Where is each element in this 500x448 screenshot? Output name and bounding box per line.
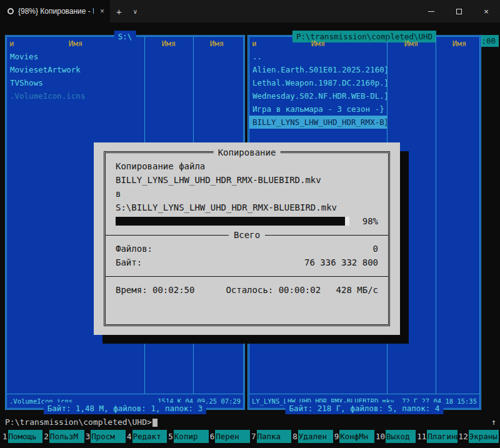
terminal-tab[interactable]: {98%} Копирование - Far 3 × <box>0 0 110 22</box>
file-name: Lethal.Weapon.1987.DC.2160p.} <box>252 78 387 87</box>
dialog-title: Копирование <box>214 146 281 159</box>
file-name: Movies <box>10 52 38 61</box>
column-header-row: и Имя Имя Имя <box>7 37 243 50</box>
fkey-5[interactable]: 5Копир <box>167 430 208 443</box>
panel-status: Байт: 218 Г, файлов: 5, папок: 4 <box>286 402 444 414</box>
dialog-body: Копирование файла BILLY_LYNS_LHW_UHD_HDR… <box>106 153 388 297</box>
bytes-row: Байт: 76 336 332 800 <box>116 256 378 269</box>
file-row[interactable]: .. <box>249 50 387 63</box>
close-button[interactable]: × <box>472 0 500 22</box>
file-row[interactable]: Wednesday.S02.NF.HDR.WEB-DL.} <box>249 89 387 102</box>
caption-buttons: × <box>418 0 500 22</box>
column-header: Имя <box>69 37 83 50</box>
file-name: TVShows <box>10 78 43 87</box>
minimize-button[interactable] <box>418 0 445 22</box>
terminal: 8:00 S:\ и Имя Имя Имя Movies MoviesetAr… <box>0 22 500 448</box>
tab-close-icon[interactable]: × <box>98 7 106 16</box>
files-row: Файлов: 0 <box>116 242 378 256</box>
column-header-row: и Имя Имя Имя <box>249 37 479 50</box>
copy-source-label: Копирование файла <box>116 159 378 173</box>
file-name: .. <box>252 52 262 61</box>
progress-bar <box>116 217 349 226</box>
copy-dialog: Копирование Копирование файла BILLY_LYNS… <box>94 142 400 335</box>
copy-source-filename: BILLY_LYNS_LHW_UHD_HDR_RMX-BLUEBIRD.mkv <box>116 173 378 187</box>
total-label: Всего <box>229 228 265 242</box>
tab-dropdown-icon[interactable]: ∨ <box>128 8 142 15</box>
copy-to-label: в <box>116 187 378 201</box>
file-name: Alien.Earth.S01E01.2025.2160} <box>252 65 387 74</box>
dialog-frame: Копирование Копирование файла BILLY_LYNS… <box>104 151 390 326</box>
app-window: {98%} Копирование - Far 3 × + ∨ × 8:00 S… <box>0 0 500 448</box>
up-arrow-indicator: ↑ <box>491 416 496 429</box>
file-row[interactable]: Alien.Earth.S01E01.2025.2160} <box>249 63 387 76</box>
total-separator: Всего <box>106 228 388 242</box>
fkey-4[interactable]: 4Редакт <box>126 430 167 443</box>
file-name: MoviesetArtwork <box>10 65 81 74</box>
copy-speed: 428 МБ/с <box>336 283 378 297</box>
remaining-time: Осталось: 00:00:02 <box>226 283 336 297</box>
tab-title: {98%} Копирование - Far 3 <box>18 7 94 16</box>
files-value: 0 <box>373 242 378 256</box>
fkey-8[interactable]: 8Удален <box>291 430 332 443</box>
column-header: Имя <box>404 37 419 50</box>
fkey-11[interactable]: 11Плагины <box>416 430 457 443</box>
fkey-12[interactable]: 12Экраны <box>458 430 499 443</box>
bytes-value: 76 336 332 800 <box>304 256 378 269</box>
plain-separator <box>106 269 388 283</box>
copy-destination-path: S:\BILLY_LYNS_LHW_UHD_HDR_RMX-BLUEBIRD.m… <box>116 201 378 214</box>
maximize-button[interactable] <box>445 0 472 22</box>
sort-indicator: и <box>9 37 14 50</box>
file-list: Movies MoviesetArtwork TVShows .VolumeIc… <box>7 50 243 102</box>
file-name: Игра в кальмара - 3 сезон -} <box>252 104 384 114</box>
file-row[interactable]: Игра в кальмара - 3 сезон -} <box>249 102 387 116</box>
sort-indicator: и <box>252 37 257 50</box>
bytes-label: Байт: <box>116 256 142 269</box>
fkey-3[interactable]: 3Просм <box>84 430 126 443</box>
progress-percent: 98% <box>349 214 378 228</box>
file-row-selected[interactable]: BILLY_LYNS_LHW_UHD_HDR_RMX-B} <box>249 116 387 129</box>
column-header: Имя <box>452 37 467 50</box>
file-row[interactable]: MoviesetArtwork <box>7 63 144 76</box>
file-row[interactable]: Movies <box>7 50 144 63</box>
progress-row: 98% <box>116 214 378 228</box>
file-row[interactable]: Lethal.Weapon.1987.DC.2160p.} <box>249 76 387 89</box>
command-prompt: P:\transmission\completed\UHD> <box>5 416 152 429</box>
time-row: Время: 00:02:50 Осталось: 00:00:02 428 М… <box>116 283 378 297</box>
files-label: Файлов: <box>116 242 152 256</box>
window-titlebar: {98%} Копирование - Far 3 × + ∨ × <box>0 0 500 22</box>
file-row[interactable]: TVShows <box>7 76 144 89</box>
column-header: Имя <box>210 37 224 50</box>
fkey-1[interactable]: 1Помощь <box>1 430 42 443</box>
far-manager-icon <box>8 8 14 14</box>
fkey-2[interactable]: 2ПользМ <box>42 430 84 443</box>
file-row[interactable]: .VolumeIcon.icns <box>7 89 144 102</box>
column-header: Имя <box>162 37 176 50</box>
file-name: Wednesday.S02.NF.HDR.WEB-DL.} <box>252 91 387 101</box>
fkey-7[interactable]: 7Папка <box>250 430 291 443</box>
fkey-9[interactable]: 9КонфМн <box>333 430 374 443</box>
elapsed-time: Время: 00:02:50 <box>116 283 226 297</box>
column-header: Имя <box>311 37 326 50</box>
file-list: .. Alien.Earth.S01E01.2025.2160} Lethal.… <box>249 50 479 129</box>
text-cursor <box>152 419 158 427</box>
new-tab-button[interactable]: + <box>110 6 128 17</box>
panel-status: Байт: 1,48 М, файлов: 1, папок: 3 <box>44 402 206 414</box>
file-name: BILLY_LYNS_LHW_UHD_HDR_RMX-B} <box>252 117 387 127</box>
progress-fill <box>116 217 345 226</box>
fkey-10[interactable]: 10Выход <box>374 430 416 443</box>
command-line[interactable]: P:\transmission\completed\UHD> <box>5 416 158 429</box>
file-name: .VolumeIcon.icns <box>10 91 85 101</box>
fkey-6[interactable]: 6Перен <box>209 430 250 443</box>
function-key-bar: 1Помощь 2ПользМ 3Просм 4Редакт 5Копир 6П… <box>1 430 499 443</box>
